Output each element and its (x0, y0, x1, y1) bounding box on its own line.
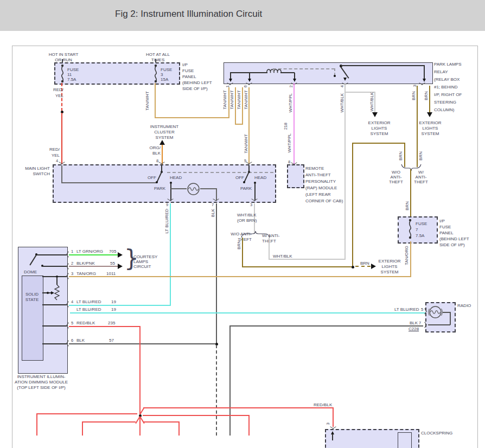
fuse3-num: 3 (161, 72, 163, 77)
radio-int-3 (428, 324, 450, 325)
switch-pin3: 3 (250, 202, 252, 207)
fuse3-amps: 15A (161, 77, 168, 82)
fuse11-amps: 7.5A (67, 77, 76, 82)
relay-label: PARK LAMPS RELAY (RELAY BOX #1; BEHIND I… (434, 61, 462, 114)
wire-red-right-2 (143, 415, 250, 416)
wire-wht-blk-run (269, 259, 346, 260)
pin-marker (424, 308, 427, 315)
wire-label-brn: BRN (424, 91, 429, 100)
wire-wht-blk-main (344, 83, 346, 259)
wire-tan-wht-jumper-r (242, 87, 243, 125)
wire-label-brn: BRN (405, 201, 410, 210)
wire-label-lt-blu-red: LT BLU/RED (76, 307, 101, 312)
circuit-57: 57 (109, 338, 114, 343)
radio-wire-lt-blu-red: LT BLU/RED (394, 307, 419, 312)
wire-red-right-3v (178, 421, 180, 436)
relay-riser-2 (294, 73, 295, 79)
module-pin4: 4 (71, 299, 73, 304)
wire-label-blk: BLK (76, 338, 85, 343)
wire-red-blk (69, 326, 141, 327)
wire-brn-run (242, 266, 353, 267)
wire-wht-blk-w (269, 238, 270, 260)
wire-blk-radio-down (229, 325, 231, 436)
wire-label-tan-wht: TAN/WHT (229, 90, 234, 110)
switch-pin9: 9 (166, 202, 168, 207)
wo-anti-theft-label: W/O ANTI- THEFT (219, 232, 252, 242)
relay-control-dash-l (273, 68, 274, 72)
wire-blk-run (69, 343, 217, 344)
clockspring-label: CLOCKSPRING (421, 431, 452, 436)
exterior-lights-3: EXTERIOR LIGHTS SYSTEM (373, 259, 406, 275)
sw-feed-drop (61, 165, 62, 183)
arrow-to-exterior-2 (427, 112, 432, 117)
wire-brn-wo (242, 238, 243, 267)
wire-red-left-1 (36, 413, 137, 414)
brn-junction-dot (352, 266, 354, 268)
rap-module-box (287, 164, 304, 188)
wire-label-red-yel-2: RED/ YEL (42, 146, 60, 158)
pot-wiper-arrow (51, 291, 54, 295)
sw1-park: PARK (154, 186, 165, 191)
wire-label-brn: BRN (360, 261, 369, 266)
arrow-to-cluster (159, 140, 165, 145)
circuit-1011: 1011 (106, 271, 116, 276)
pin-marker (167, 199, 174, 202)
fuse-icon (407, 218, 413, 240)
ip-panel-label: I/P FUSE PANEL (BEHIND LEFT SIDE OF I/P) (182, 62, 212, 92)
wire-label-tan-wht: TAN/WHT (244, 90, 248, 110)
arrow-to-exterior-1 (372, 112, 378, 117)
lamp-feed (171, 188, 187, 189)
module-pin3: 3 (71, 271, 73, 276)
clockspring-arrow-v (332, 434, 333, 440)
wire-label-org-blk: ORG/ BLK (144, 145, 161, 156)
wire-tan-wht-run (155, 117, 229, 118)
fuse7-num: 7 (416, 227, 418, 232)
wire-label-brn: BRN (237, 240, 241, 249)
wire-tan-wht-jumper-b (235, 124, 243, 125)
sw2-contact-off (243, 181, 245, 183)
wire-red-blk-down (139, 326, 141, 414)
wire-label-wht-blk: WHT/BLK (369, 92, 374, 112)
wire-red-left-2v (82, 421, 83, 436)
sw1-contact-off (156, 181, 158, 183)
wire-red-blk-down2 (139, 417, 141, 436)
wire-red-left-2 (82, 421, 136, 423)
fuse-icon (59, 63, 66, 84)
wire-label-tan-wht: TAN/WHT (237, 90, 241, 110)
circuit-55: 55 (110, 261, 115, 266)
wire-blk-pnk (69, 266, 118, 267)
fuse11-num: 11 (67, 72, 72, 77)
lamp-icon (187, 182, 200, 196)
radio-pin7: 7 (419, 321, 421, 325)
pot-pin3-line (42, 276, 67, 277)
wire-label-tan-org: TAN/ORG (76, 271, 96, 276)
clockspring-pin3: 3 (326, 423, 330, 425)
circuit-705: 705 (109, 249, 116, 254)
wire-blk-pin7 (216, 203, 217, 344)
dome-label: DOME (24, 270, 37, 274)
wire-label-lt-blu-red: LT BLU/RED (76, 299, 101, 304)
pin-marker (66, 301, 69, 308)
main-light-switch-box (53, 164, 276, 203)
wiring-diagram-page: Fig 2: Instrument Illumination Circuit H… (0, 0, 485, 448)
wire-tan-wht-fuse3 (155, 83, 156, 118)
radio-label: RADIO (457, 303, 471, 308)
wire-label-brn: BRN (398, 151, 403, 161)
wire-lt-blu-red-a (69, 305, 171, 306)
fuse7-panel-label: I/P FUSE PANEL (BEHIND LEFT SIDE OF I/P) (439, 218, 469, 248)
dimming-module-caption: INSTRUMENT ILLUMIN- ATION DIMMING MODULE… (10, 374, 73, 391)
pin-marker (246, 82, 252, 86)
pin6-line (42, 343, 67, 344)
rap-label: REMOTE ANTI-THEFT PERSONALITY (RAP) MODU… (305, 165, 343, 204)
wire-label-red-blk: RED/BLK (76, 321, 95, 325)
circuit-19: 19 (111, 307, 116, 312)
relay-riser-6 (249, 73, 250, 79)
wire-tan-org-run (69, 276, 411, 277)
w-anti-theft-stack: W/ ANTI- THEFT (411, 170, 431, 184)
wire-brn-to-fuse7 (410, 169, 411, 217)
fuse7-amps: 7.5A (416, 233, 424, 238)
wire-label-wht-blk: WHT/BLK (340, 93, 344, 113)
wire-lt-blu-red-b (70, 312, 426, 313)
pot-wiper-dot (47, 292, 49, 294)
relay-pin3-riser (424, 66, 425, 79)
